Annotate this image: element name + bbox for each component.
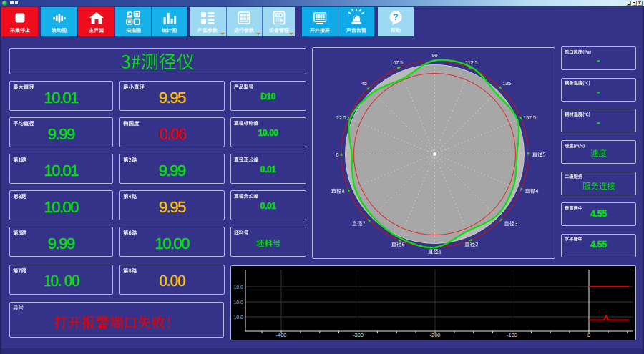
svg-text:-300: -300 (353, 332, 364, 338)
svg-text:90: 90 (432, 53, 438, 58)
svg-text:157.5: 157.5 (523, 115, 536, 120)
svg-text:45: 45 (361, 81, 367, 86)
svg-text:0: 0 (587, 332, 590, 338)
svg-text:10.0: 10.0 (233, 285, 243, 290)
svg-text:112.5: 112.5 (465, 60, 477, 65)
svg-text:67.5: 67.5 (393, 60, 403, 65)
svg-text:-400: -400 (275, 332, 286, 338)
svg-text:-200: -200 (429, 332, 440, 338)
svg-text:10.0: 10.0 (233, 300, 243, 305)
svg-text:135: 135 (502, 81, 511, 86)
svg-text:0: 0 (336, 152, 339, 157)
svg-text:?: ? (393, 12, 398, 22)
svg-text:22.5: 22.5 (336, 115, 346, 120)
svg-text:-100: -100 (507, 332, 517, 338)
svg-text:10.0: 10.0 (233, 315, 243, 320)
